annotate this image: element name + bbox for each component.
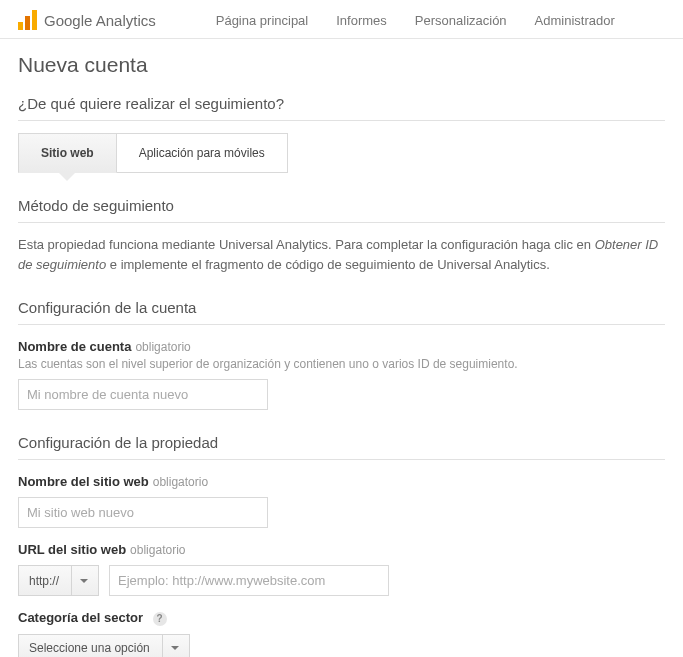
top-header: Google Analytics Página principal Inform… [0, 0, 683, 39]
page-title: Nueva cuenta [18, 53, 665, 77]
property-config-heading: Configuración de la propiedad [18, 434, 665, 460]
account-name-input[interactable] [18, 379, 268, 410]
website-url-label: URL del sitio webobligatorio [18, 542, 665, 557]
svg-rect-2 [32, 10, 37, 30]
website-url-input[interactable] [109, 565, 389, 596]
tracking-method-description: Esta propiedad funciona mediante Univers… [18, 235, 665, 275]
analytics-icon [18, 10, 38, 30]
website-name-label: Nombre del sitio webobligatorio [18, 474, 665, 489]
svg-rect-0 [18, 22, 23, 30]
nav-reports[interactable]: Informes [336, 13, 387, 28]
chevron-down-icon [171, 646, 179, 650]
nav-admin[interactable]: Administrador [535, 13, 615, 28]
industry-category-label: Categoría del sector ? [18, 610, 665, 626]
required-tag: obligatorio [135, 340, 190, 354]
main-content: Nueva cuenta ¿De qué quiere realizar el … [0, 39, 683, 657]
brand-text: Google Analytics [44, 12, 156, 29]
tab-mobile-app[interactable]: Aplicación para móviles [117, 133, 288, 173]
brand-logo: Google Analytics [18, 10, 156, 30]
top-nav: Página principal Informes Personalizació… [216, 13, 615, 28]
tracking-target-heading: ¿De qué quiere realizar el seguimiento? [18, 95, 665, 121]
protocol-select[interactable]: http:// [18, 565, 99, 596]
tracking-method-heading: Método de seguimiento [18, 197, 665, 223]
nav-customize[interactable]: Personalización [415, 13, 507, 28]
required-tag: obligatorio [153, 475, 208, 489]
tracking-tabs: Sitio web Aplicación para móviles [18, 133, 665, 173]
account-config-heading: Configuración de la cuenta [18, 299, 665, 325]
help-icon[interactable]: ? [153, 612, 167, 626]
svg-rect-1 [25, 16, 30, 30]
industry-category-select[interactable]: Seleccione una opción [18, 634, 190, 657]
tab-website[interactable]: Sitio web [18, 133, 117, 173]
website-name-input[interactable] [18, 497, 268, 528]
account-name-hint: Las cuentas son el nivel superior de org… [18, 357, 665, 371]
chevron-down-icon [80, 579, 88, 583]
nav-home[interactable]: Página principal [216, 13, 309, 28]
required-tag: obligatorio [130, 543, 185, 557]
account-name-label: Nombre de cuentaobligatorio [18, 339, 665, 354]
